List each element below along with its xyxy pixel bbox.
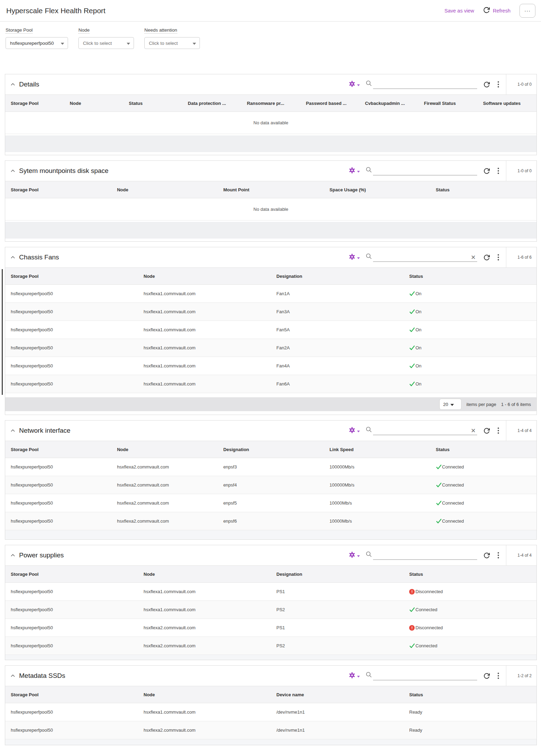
column-header[interactable]: Storage Pool [5, 187, 111, 192]
table-cell: hsflexpureperfpool50 [5, 482, 111, 488]
items-per-page-label: items per page [466, 402, 496, 407]
column-header[interactable]: Status [430, 187, 536, 192]
collapse-icon[interactable] [11, 554, 15, 557]
column-header[interactable]: Link Speed [324, 447, 430, 452]
node-label: Node [78, 27, 90, 34]
collapse-icon[interactable] [11, 256, 15, 259]
kebab-menu-icon[interactable] [496, 671, 500, 680]
column-header[interactable]: Node [138, 692, 271, 697]
column-header[interactable]: Storage Pool [5, 692, 138, 697]
needs-attention-select[interactable]: Click to select [144, 37, 200, 49]
gear-icon [349, 427, 355, 435]
page-size-select[interactable]: 20 [439, 399, 462, 410]
grid-refresh-button[interactable] [483, 673, 490, 679]
page-scrollbar[interactable] [2, 269, 3, 395]
settings-button[interactable] [349, 427, 360, 435]
table-cell: On [404, 381, 536, 387]
collapse-icon[interactable] [11, 83, 15, 86]
grid-refresh-button[interactable] [483, 81, 490, 88]
settings-button[interactable] [349, 81, 360, 89]
column-header[interactable]: Node [111, 187, 218, 192]
check-icon [436, 518, 442, 524]
search-box [365, 80, 477, 89]
more-actions-button[interactable]: ··· [519, 4, 535, 18]
chevron-down-icon [357, 673, 360, 679]
clear-search-icon[interactable]: ✕ [471, 255, 476, 260]
grid-refresh-button[interactable] [483, 168, 490, 174]
table-cell: On [404, 309, 536, 315]
column-header[interactable]: Node [64, 101, 123, 106]
table-row: hsflexpureperfpool50hsxflexa1.commvault.… [5, 285, 536, 303]
column-header[interactable]: Storage Pool [5, 447, 111, 452]
check-icon [409, 381, 415, 387]
column-header[interactable]: Ransomware pr... [241, 101, 300, 106]
search-input[interactable] [373, 80, 477, 89]
search-input[interactable] [373, 253, 477, 262]
column-header[interactable]: Device name [271, 692, 404, 697]
section-network-interface: Network interface ✕ 1-4 of 4 Storage Poo… [5, 420, 537, 540]
table-cell: Fan3A [271, 309, 404, 314]
table-cell: hsflexpureperfpool50 [5, 728, 138, 733]
column-header[interactable]: Node [138, 274, 271, 279]
column-header[interactable]: Node [138, 572, 271, 577]
kebab-menu-icon[interactable] [496, 253, 500, 262]
storage-pool-select[interactable]: hsflexpureperfpool50 [6, 37, 68, 49]
grid-refresh-button[interactable] [483, 427, 490, 434]
column-header[interactable]: Firewall Status [419, 101, 477, 106]
column-header[interactable]: Designation [218, 447, 324, 452]
settings-button[interactable] [349, 672, 360, 680]
table-body: No data available [5, 112, 536, 134]
column-header[interactable]: Mount Point [218, 187, 324, 192]
table-cell: hsxflexa1.commvault.com [138, 589, 271, 594]
column-header[interactable]: Data protection ... [182, 101, 241, 106]
refresh-button[interactable]: Refresh [483, 7, 510, 15]
chevron-down-icon [357, 81, 360, 88]
column-header[interactable]: Cvbackupadmin ... [360, 101, 419, 106]
kebab-menu-icon[interactable] [496, 80, 500, 89]
save-as-view-button[interactable]: Save as view [445, 8, 474, 14]
collapse-icon[interactable] [11, 674, 15, 677]
column-header[interactable]: Space Usage (%) [324, 187, 430, 192]
search-input[interactable] [373, 671, 477, 680]
search-input[interactable] [373, 426, 477, 435]
node-select[interactable]: Click to select [78, 37, 134, 49]
kebab-menu-icon[interactable] [496, 426, 500, 435]
column-header[interactable]: Storage Pool [5, 101, 64, 106]
status-text: Connected [442, 500, 464, 506]
column-header[interactable]: Status [123, 101, 182, 106]
settings-button[interactable] [349, 551, 360, 559]
column-header[interactable]: Node [111, 447, 218, 452]
search-input[interactable] [373, 551, 477, 560]
settings-button[interactable] [349, 254, 360, 261]
section-header: Chassis Fans ✕ 1-6 of 6 [5, 247, 536, 267]
status-text: Connected [415, 607, 437, 612]
column-header[interactable]: Status [404, 274, 536, 279]
grid-refresh-button[interactable] [483, 552, 490, 559]
search-input[interactable] [373, 166, 477, 175]
column-header[interactable]: Storage Pool [5, 572, 138, 577]
column-header[interactable]: Status [404, 692, 536, 697]
column-header[interactable]: Status [430, 447, 536, 452]
column-header[interactable]: Designation [271, 274, 404, 279]
table-cell: hsflexpureperfpool50 [5, 345, 138, 350]
collapse-icon[interactable] [11, 169, 15, 172]
grid-refresh-button[interactable] [483, 254, 490, 261]
row-count: 1-4 of 4 [506, 421, 536, 441]
gear-icon [349, 81, 355, 89]
column-header[interactable]: Password based ... [301, 101, 360, 106]
kebab-menu-icon[interactable] [496, 166, 500, 175]
column-header[interactable]: Storage Pool [5, 274, 138, 279]
storage-pool-value: hsflexpureperfpool50 [10, 41, 61, 46]
column-header[interactable]: Software updates [477, 101, 536, 106]
column-header[interactable]: Status [404, 572, 536, 577]
settings-button[interactable] [349, 167, 360, 175]
status-text: Connected [415, 643, 437, 648]
collapse-icon[interactable] [11, 429, 15, 432]
section-header: Metadata SSDs 1-2 of 2 [5, 666, 536, 686]
status-text: On [415, 363, 421, 368]
clear-search-icon[interactable]: ✕ [471, 428, 476, 434]
row-count: 1-0 of 0 [506, 161, 536, 181]
section-toolbar: 1-4 of 4 [349, 545, 536, 565]
kebab-menu-icon[interactable] [496, 551, 500, 560]
column-header[interactable]: Designation [271, 572, 404, 577]
